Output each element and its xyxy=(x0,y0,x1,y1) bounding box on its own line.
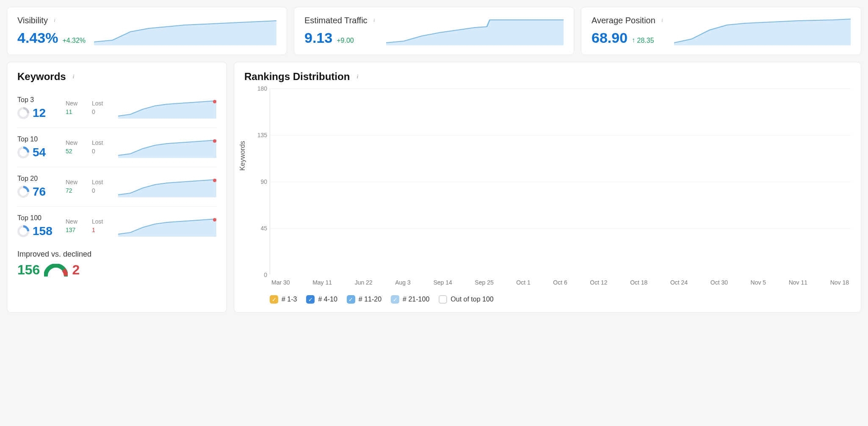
y-tick: 180 xyxy=(257,85,267,92)
x-tick: Oct 12 xyxy=(590,279,607,286)
traffic-delta: +9.00 xyxy=(337,37,354,44)
kw-new: New72 xyxy=(66,178,86,195)
x-tick: Mar 30 xyxy=(271,279,290,286)
arrow-up-icon: ↑ xyxy=(632,36,635,44)
keywords-row[interactable]: Top 1054New52Lost0 xyxy=(17,128,216,167)
info-icon[interactable]: i xyxy=(70,73,77,80)
kw-bucket-label: Top 20 xyxy=(17,175,60,183)
kw-lost: Lost0 xyxy=(92,139,112,155)
keywords-title: Keywords i xyxy=(17,71,216,83)
keywords-row[interactable]: Top 100158New137Lost1 xyxy=(17,207,216,246)
y-tick: 135 xyxy=(257,132,267,138)
y-tick: 90 xyxy=(260,178,267,185)
improved-count: 156 xyxy=(17,262,40,278)
endpoint-dot-icon xyxy=(213,100,216,103)
x-tick: Nov 18 xyxy=(830,279,849,286)
position-sparkline xyxy=(674,16,851,45)
kw-new: New11 xyxy=(66,100,86,116)
legend-21-100[interactable]: ✓# 21-100 xyxy=(391,295,429,304)
info-icon[interactable]: i xyxy=(371,17,378,24)
kw-bucket-label: Top 3 xyxy=(17,96,60,104)
kw-sparkline xyxy=(118,216,216,237)
position-value: 68.90 xyxy=(592,30,628,46)
traffic-value: 9.13 xyxy=(304,30,332,46)
rankings-title: Rankings Distribution i xyxy=(244,71,851,83)
traffic-label: Estimated Traffic i xyxy=(304,16,378,25)
position-delta: ↑ 28.35 xyxy=(632,37,654,44)
visibility-delta: +4.32% xyxy=(62,37,86,44)
legend-4-10[interactable]: ✓# 4-10 xyxy=(306,295,337,304)
x-tick: Nov 11 xyxy=(789,279,807,286)
traffic-card[interactable]: Estimated Traffic i 9.13 +9.00 xyxy=(294,7,574,55)
kw-value: 12 xyxy=(33,106,46,120)
improved-label: Improved vs. declined xyxy=(17,250,216,259)
progress-ring-icon xyxy=(17,225,29,237)
position-card[interactable]: Average Position i 68.90 ↑ 28.35 xyxy=(581,7,861,55)
x-tick: Aug 3 xyxy=(395,279,411,286)
x-tick: Oct 6 xyxy=(553,279,567,286)
kw-value: 76 xyxy=(33,185,46,199)
legend-1-3[interactable]: ✓# 1-3 xyxy=(270,295,297,304)
info-icon[interactable]: i xyxy=(51,17,58,24)
x-tick: Oct 1 xyxy=(516,279,530,286)
kw-lost: Lost1 xyxy=(92,218,112,234)
keywords-panel: Keywords i Top 312New11Lost0Top 1054New5… xyxy=(7,62,227,313)
improved-vs-declined: Improved vs. declined 156 2 xyxy=(17,250,216,278)
legend-11-20[interactable]: ✓# 11-20 xyxy=(347,295,381,304)
visibility-label: Visibility i xyxy=(17,16,86,25)
kw-sparkline xyxy=(118,97,216,119)
x-tick: Oct 30 xyxy=(710,279,728,286)
position-label: Average Position i xyxy=(592,16,666,25)
kw-value: 158 xyxy=(33,224,53,238)
visibility-value: 4.43% xyxy=(17,30,58,46)
visibility-sparkline xyxy=(94,16,276,45)
info-icon[interactable]: i xyxy=(659,17,666,24)
keywords-row[interactable]: Top 312New11Lost0 xyxy=(17,89,216,128)
endpoint-dot-icon xyxy=(213,179,216,182)
x-tick: Sep 25 xyxy=(475,279,493,286)
legend-out-of-100[interactable]: Out of top 100 xyxy=(439,295,493,304)
x-tick: Oct 18 xyxy=(630,279,647,286)
x-axis: Mar 30May 11Jun 22Aug 3Sep 14Sep 25Oct 1… xyxy=(270,275,851,286)
visibility-card[interactable]: Visibility i 4.43% +4.32% xyxy=(7,7,287,55)
y-tick: 0 xyxy=(264,271,267,278)
keywords-row[interactable]: Top 2076New72Lost0 xyxy=(17,167,216,207)
kw-lost: Lost0 xyxy=(92,178,112,195)
kw-sparkline xyxy=(118,137,216,158)
endpoint-dot-icon xyxy=(213,139,216,143)
kw-value: 54 xyxy=(33,146,46,159)
kw-bucket-label: Top 100 xyxy=(17,214,60,222)
kw-new: New52 xyxy=(66,139,86,155)
kw-sparkline xyxy=(118,176,216,197)
declined-count: 2 xyxy=(72,262,80,278)
kw-new: New137 xyxy=(66,218,86,234)
x-tick: May 11 xyxy=(312,279,332,286)
y-axis-label: Keywords xyxy=(239,141,246,171)
info-icon[interactable]: i xyxy=(354,73,361,80)
x-tick: Nov 5 xyxy=(751,279,766,286)
x-tick: Jun 22 xyxy=(355,279,373,286)
chart-legend: ✓# 1-3 ✓# 4-10 ✓# 11-20 ✓# 21-100 Out of… xyxy=(270,286,851,304)
kw-lost: Lost0 xyxy=(92,100,112,116)
x-tick: Sep 14 xyxy=(433,279,452,286)
gauge-icon xyxy=(44,264,68,277)
y-tick: 45 xyxy=(260,225,267,232)
rankings-panel: Rankings Distribution i Keywords 180 135… xyxy=(234,62,861,313)
progress-ring-icon xyxy=(17,186,29,198)
kw-bucket-label: Top 10 xyxy=(17,136,60,143)
traffic-sparkline xyxy=(386,16,564,45)
x-tick: Oct 24 xyxy=(670,279,688,286)
endpoint-dot-icon xyxy=(213,218,216,221)
progress-ring-icon xyxy=(17,107,29,119)
progress-ring-icon xyxy=(17,147,29,158)
rankings-chart: Keywords 180 135 90 45 0 xyxy=(244,89,851,275)
